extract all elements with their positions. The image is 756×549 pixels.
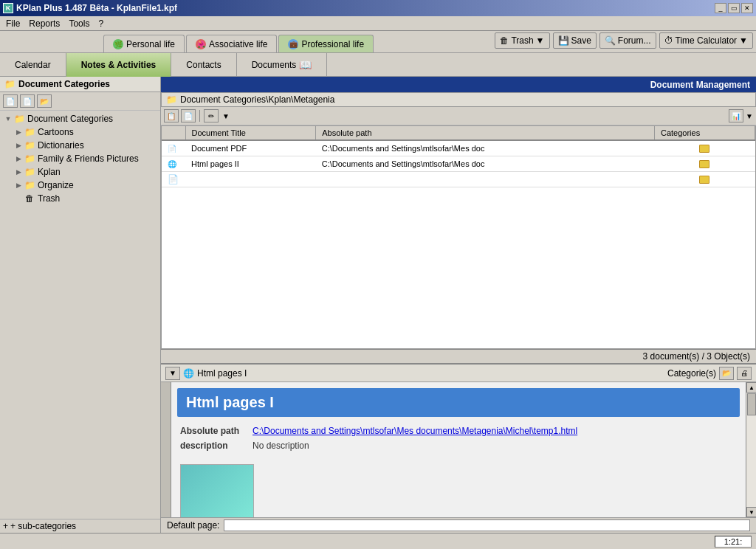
preview-content: Html pages I Absolute path C:\Documents … — [161, 382, 756, 517]
row-cat-icon-1 — [699, 160, 709, 168]
table-row[interactable]: 🌐 Html pages II C:\Documents and Setting… — [162, 156, 755, 172]
sidebar-delete-button[interactable]: 📂 — [37, 94, 52, 108]
doc-view-mode-button[interactable]: 📊 — [729, 109, 743, 122]
field-label-desc: description — [180, 441, 247, 451]
row-cat-icon-0 — [699, 145, 709, 153]
tab-calendar[interactable]: Calendar — [0, 53, 66, 77]
preview-main: Html pages I Absolute path C:\Documents … — [171, 382, 746, 517]
close-button[interactable]: ✕ — [741, 3, 753, 13]
doc-status-bar: 3 document(s) / 3 Object(s) — [161, 349, 756, 363]
row-path-1: C:\Documents and Settings\mtlsofar\Mes d… — [316, 156, 655, 172]
row-title-2 — [185, 172, 316, 187]
preview-open-button[interactable]: 📂 — [719, 367, 734, 380]
categories-label: Categorie(s) — [667, 368, 716, 379]
tab-notes-activities[interactable]: Notes & Activities — [66, 53, 172, 77]
col-header-path[interactable]: Absolute path — [316, 126, 655, 140]
time-calc-dropdown-icon: ▼ — [739, 35, 748, 46]
document-management: Document Management 📁 Document Categorie… — [161, 77, 756, 363]
tree-item-cartoons[interactable]: ▶ 📁 Cartoons — [0, 125, 160, 139]
field-label-path: Absolute path — [180, 426, 247, 436]
field-row-path: Absolute path C:\Documents and Settings\… — [180, 426, 737, 436]
expander-family-friends: ▶ — [13, 153, 24, 164]
table-row[interactable]: 📄 Document PDF C:\Documents and Settings… — [162, 140, 755, 156]
tab-personal[interactable]: 🌿 Personal life — [103, 35, 185, 52]
sidebar-header: 📁 Document Categories — [0, 77, 160, 92]
doc-edit-button[interactable]: ✏ — [204, 109, 219, 122]
tab-contacts[interactable]: Contacts — [171, 53, 236, 77]
trash-icon: 🗑 — [500, 35, 509, 46]
tree-item-organize[interactable]: ▶ 📁 Organize — [0, 179, 160, 192]
path-folder-icon: 📁 — [166, 94, 177, 105]
menu-tools[interactable]: Tools — [64, 18, 94, 30]
top-toolbar: 🗑 Trash ▼ 💾 Save 🔍 Forum... ⏱ Time Calcu… — [495, 32, 753, 49]
expander-trash — [13, 193, 24, 204]
minimize-button[interactable]: _ — [715, 3, 726, 13]
folder-icon-doc-categories: 📁 — [13, 113, 25, 125]
preview-collapse-button[interactable]: ▼ — [165, 367, 180, 380]
trash-button[interactable]: 🗑 Trash ▼ — [495, 32, 549, 49]
tree-label-organize: Organize — [38, 180, 74, 190]
doc-toolbar-sep1 — [199, 110, 200, 122]
doc-view-button[interactable]: 📋 — [164, 109, 179, 122]
assoc-icon: 🌺 — [196, 39, 206, 49]
row-cat-icon-2 — [699, 176, 709, 184]
doc-path-bar: 📁 Document Categories\Kplan\Metagenia — [161, 92, 756, 107]
tab-professional-label: Professional life — [301, 39, 364, 49]
preview-scrollbar: ▲ ▼ — [746, 382, 756, 517]
scroll-up-button[interactable]: ▲ — [746, 382, 756, 393]
tree-area: ▼ 📁 Document Categories ▶ 📁 Cartoons ▶ 📁… — [0, 111, 160, 519]
tree-item-dictionaries[interactable]: ▶ 📁 Dictionaries — [0, 139, 160, 152]
forum-button[interactable]: 🔍 Forum... — [599, 32, 656, 49]
preview-doc-title: Html pages I — [177, 388, 740, 417]
tab-documents[interactable]: Documents 📖 — [237, 53, 328, 77]
tab-associative[interactable]: 🌺 Associative life — [186, 35, 277, 52]
tree-item-kplan[interactable]: ▶ 📁 Kplan — [0, 165, 160, 179]
row-icon-html: 🌐 — [168, 158, 179, 170]
nav-tabs: Calendar Notes & Activities Contacts Doc… — [0, 53, 756, 77]
tree-item-doc-categories[interactable]: ▼ 📁 Document Categories — [0, 112, 160, 125]
preview-print-button[interactable]: 🖨 — [737, 367, 752, 380]
trash-dropdown-icon: ▼ — [536, 35, 545, 46]
sidebar: 📁 Document Categories 📄 📄 📂 ▼ 📁 Document… — [0, 77, 161, 533]
subcategories-button[interactable]: + + sub-categories — [0, 519, 160, 533]
save-button[interactable]: 💾 Save — [553, 32, 597, 49]
app-icon: K — [3, 3, 13, 13]
menu-reports[interactable]: Reports — [24, 18, 64, 30]
sidebar-new-button[interactable]: 📄 — [3, 94, 18, 108]
view-dropdown-icon: ▼ — [746, 112, 753, 120]
scroll-track — [746, 393, 756, 507]
tree-item-trash[interactable]: 🗑 Trash — [0, 192, 160, 205]
tree-label-cartoons: Cartoons — [38, 127, 74, 137]
time-calculator-button[interactable]: ⏱ Time Calculator ▼ — [659, 32, 753, 49]
title-bar-text: KPlan Plus 1.487 Bêta - KplanFile1.kpf — [16, 3, 177, 13]
tab-professional[interactable]: 💼 Professional life — [278, 35, 374, 52]
field-row-desc: description No description — [180, 441, 737, 451]
col-header-categories[interactable]: Categories — [654, 126, 755, 140]
row-path-0: C:\Documents and Settings\mtlsofar\Mes d… — [316, 140, 655, 156]
scroll-down-button[interactable]: ▼ — [746, 507, 756, 517]
expander-organize: ▶ — [13, 180, 24, 190]
save-icon: 💾 — [558, 35, 569, 46]
tree-item-family-friends[interactable]: ▶ 📁 Family & Friends Pictures — [0, 152, 160, 165]
doc-add-button[interactable]: 📄 — [181, 109, 196, 122]
restore-button[interactable]: ▭ — [728, 3, 740, 13]
field-value-path[interactable]: C:\Documents and Settings\mtlsofar\Mes d… — [252, 426, 577, 436]
default-page-input[interactable] — [224, 519, 750, 531]
tree-label-trash: Trash — [38, 193, 60, 204]
preview-thumbnail — [180, 464, 254, 517]
folder-icon-family-friends: 📁 — [24, 153, 35, 165]
row-icon-pdf: 📄 — [168, 142, 179, 154]
sidebar-edit-button[interactable]: 📄 — [20, 94, 35, 108]
main-content: 📁 Document Categories 📄 📄 📂 ▼ 📁 Document… — [0, 77, 756, 533]
tree-label-family-friends: Family & Friends Pictures — [38, 153, 139, 164]
trash-icon-tree: 🗑 — [24, 193, 35, 204]
menu-file[interactable]: File — [1, 18, 24, 30]
expander-dictionaries: ▶ — [13, 140, 24, 151]
table-row[interactable]: 📄 — [162, 172, 755, 187]
folder-icon-dictionaries: 📁 — [24, 139, 35, 151]
col-header-title[interactable]: Document Title — [185, 126, 316, 140]
expander-kplan: ▶ — [13, 167, 24, 177]
menu-help[interactable]: ? — [94, 18, 108, 30]
expander-cartoons: ▶ — [13, 127, 24, 137]
category-tabs: 🌿 Personal life 🌺 Associative life 💼 Pro… — [0, 31, 756, 53]
